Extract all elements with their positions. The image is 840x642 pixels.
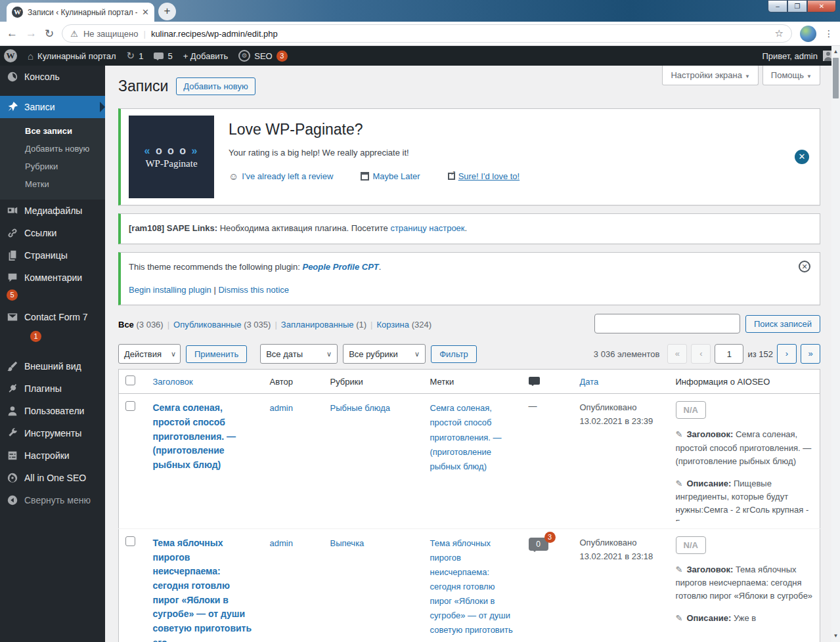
reload-icon[interactable]: ↻: [45, 27, 54, 41]
tab-close-icon[interactable]: ✕: [142, 7, 149, 17]
filter-button[interactable]: Фильтр: [431, 345, 477, 363]
window-minimize-button[interactable]: –: [768, 0, 787, 12]
maybe-later-link[interactable]: Maybe Later: [361, 171, 420, 182]
rubric-link[interactable]: Рыбные блюда: [330, 403, 391, 413]
row-checkbox[interactable]: [125, 536, 135, 546]
sidebar-item-label: Записи: [24, 102, 55, 112]
last-page-button[interactable]: »: [801, 344, 820, 364]
new-tab-button[interactable]: +: [158, 3, 176, 20]
sidebar-item-appearance[interactable]: Внешний вид: [0, 355, 105, 377]
seo-gear-icon: ⚙: [238, 50, 250, 62]
rate-now-link[interactable]: Sure! I'd love to!: [448, 171, 520, 182]
submenu-add-new[interactable]: Добавить новую: [0, 140, 105, 158]
search-posts-input[interactable]: [594, 314, 740, 333]
aioseo-score-button[interactable]: N/A: [676, 536, 706, 554]
aioseo-title-block[interactable]: ✎Заголовок: Тема яблочных пирогов неисче…: [676, 563, 814, 603]
sidebar-item-tools[interactable]: Инструменты: [0, 422, 105, 444]
scroll-up-icon[interactable]: ▲: [831, 47, 840, 56]
sidebar-item-contact-form-7[interactable]: Contact Form 7 1: [0, 306, 105, 347]
scroll-down-icon[interactable]: ▼: [831, 631, 840, 641]
comments-column-icon: [529, 377, 540, 385]
dismiss-notice-icon[interactable]: ✕: [799, 261, 810, 272]
sort-by-date[interactable]: Дата: [580, 377, 599, 387]
sidebar-item-plugins[interactable]: Плагины: [0, 377, 105, 400]
sidebar-item-label: Медиафайлы: [24, 205, 82, 216]
aioseo-score-button[interactable]: N/A: [676, 401, 706, 419]
rubric-link[interactable]: Выпечка: [330, 538, 365, 548]
browser-scrollbar[interactable]: ▲ ▼: [831, 46, 840, 642]
adminbar-account[interactable]: Привет, admin: [762, 51, 833, 61]
row-checkbox[interactable]: [125, 401, 135, 411]
begin-installing-plugin-link[interactable]: Begin installing plugin: [129, 285, 211, 295]
sidebar-item-settings[interactable]: Настройки: [0, 444, 105, 467]
browser-tab[interactable]: W Записи ‹ Кулинарный портал — ✕: [7, 3, 154, 22]
settings-page-link[interactable]: страницу настроек: [390, 223, 464, 233]
edit-pencil-icon: ✎: [676, 429, 683, 439]
browser-profile-avatar[interactable]: [800, 26, 816, 42]
sidebar-item-pages[interactable]: Страницы: [0, 244, 105, 267]
already-reviewed-link[interactable]: ☺I've already left a review: [229, 171, 333, 182]
sidebar-item-comments[interactable]: Комментарии 5: [0, 267, 105, 306]
sidebar-collapse-menu[interactable]: Свернуть меню: [0, 489, 105, 511]
sidebar-item-dashboard[interactable]: Консоль: [0, 66, 105, 88]
first-page-button[interactable]: «: [667, 344, 687, 364]
url-text[interactable]: kulinar.recipes/wp-admin/edit.php: [151, 29, 278, 39]
submenu-categories[interactable]: Рубрики: [0, 158, 105, 175]
scrollbar-thumb[interactable]: [833, 58, 839, 98]
help-button[interactable]: Помощь▼: [763, 66, 820, 85]
comments-bubble[interactable]: 0 3: [529, 538, 548, 551]
sidebar-item-links[interactable]: Ссылки: [0, 222, 105, 244]
select-all-checkbox[interactable]: [125, 375, 135, 385]
search-posts-button[interactable]: Поиск записей: [745, 315, 820, 333]
next-page-button[interactable]: ›: [777, 344, 797, 364]
sidebar-item-aioseo[interactable]: All in One SEO: [0, 467, 105, 489]
filter-published[interactable]: Опубликованные: [173, 320, 242, 330]
submenu-all-posts[interactable]: Все записи: [0, 122, 105, 140]
current-page-input[interactable]: [715, 344, 743, 364]
forward-icon[interactable]: →: [26, 27, 37, 40]
notice-subtitle: Your rating is a big help! We really app…: [229, 148, 519, 158]
tags-link[interactable]: Тема яблочных пирогов неисчерпаема: сего…: [430, 538, 513, 642]
adminbar-comments[interactable]: 5: [154, 51, 172, 61]
adminbar-seo[interactable]: ⚙ SEO 3: [238, 50, 287, 62]
aioseo-title-block[interactable]: ✎Заголовок: Семга соленая, простой спосо…: [676, 428, 814, 467]
tags-link[interactable]: Семга соленая, простой способ приготовле…: [430, 403, 502, 471]
browser-menu-icon[interactable]: ⋮: [824, 32, 833, 35]
adminbar-add-new[interactable]: + Добавить: [183, 51, 229, 61]
filter-trash[interactable]: Корзина: [376, 320, 409, 330]
link-icon: [7, 227, 18, 239]
aioseo-description-block[interactable]: ✎Описание: Уже в: [676, 612, 814, 625]
bookmark-star-icon[interactable]: ☆: [775, 28, 784, 39]
bulk-actions-select[interactable]: Действия∨: [118, 344, 181, 364]
dismiss-notice-icon[interactable]: ✕: [795, 150, 809, 164]
aioseo-description-block[interactable]: ✎Описание: Пищевые ингредиенты, которые …: [676, 477, 814, 521]
dates-filter-select[interactable]: Все даты∨: [260, 344, 338, 364]
sort-by-title[interactable]: Заголовок: [153, 377, 193, 387]
security-label[interactable]: Не защищено: [83, 29, 139, 39]
filter-all[interactable]: Все: [118, 320, 134, 330]
submenu-tags[interactable]: Метки: [0, 175, 105, 193]
window-close-button[interactable]: ✕: [807, 0, 836, 12]
rubrics-filter-select[interactable]: Все рубрики∨: [343, 344, 426, 364]
back-icon[interactable]: ←: [7, 27, 18, 40]
sidebar-item-users[interactable]: Пользователи: [0, 400, 105, 422]
screen-options-button[interactable]: Настройки экрана▼: [662, 66, 758, 85]
adminbar-updates[interactable]: ↻ 1: [127, 50, 144, 62]
add-new-post-button[interactable]: Добавить новую: [176, 77, 255, 95]
prev-page-button[interactable]: ‹: [691, 344, 711, 364]
people-profile-cpt-link[interactable]: People Profile CPT: [302, 262, 378, 272]
dismiss-notice-link[interactable]: Dismiss this notice: [218, 285, 289, 295]
sidebar-item-media[interactable]: Медиафайлы: [0, 200, 105, 222]
post-title-link[interactable]: Тема яблочных пирогов неисчерпаема: сего…: [153, 536, 257, 642]
adminbar-site-name[interactable]: ⌂ Кулинарный портал: [28, 51, 116, 62]
apply-button[interactable]: Применить: [186, 345, 247, 363]
address-bar[interactable]: ⚠ Не защищено | kulinar.recipes/wp-admin…: [62, 24, 792, 43]
window-restore-button[interactable]: ❐: [787, 0, 807, 12]
post-title-link[interactable]: Семга соленая, простой способ приготовле…: [153, 401, 257, 472]
wp-logo-icon[interactable]: W: [4, 49, 17, 62]
author-link[interactable]: admin: [270, 403, 293, 413]
filter-scheduled[interactable]: Запланированные: [281, 320, 354, 330]
sidebar-item-posts[interactable]: Записи: [0, 96, 105, 118]
calendar-icon: [361, 172, 369, 181]
author-link[interactable]: admin: [270, 538, 293, 548]
